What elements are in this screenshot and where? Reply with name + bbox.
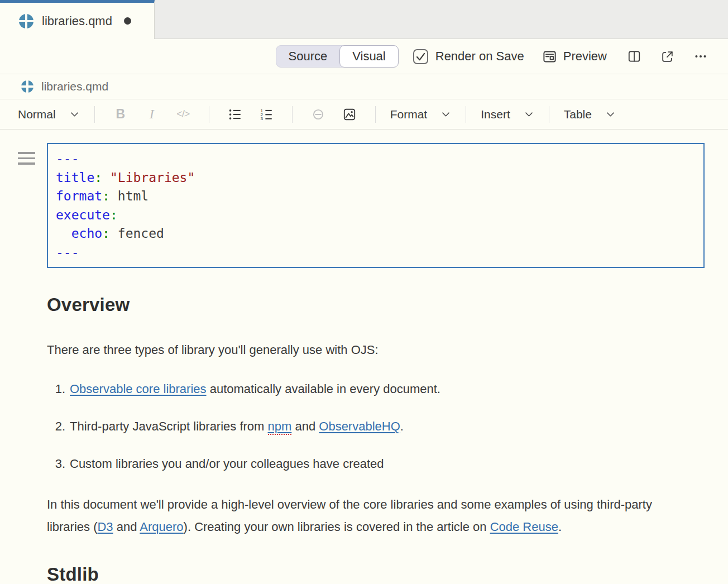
list-item-number: 1. xyxy=(47,381,70,397)
toolbar-separator xyxy=(209,106,209,123)
yaml-code-line: --- xyxy=(56,243,696,262)
svg-text:3: 3 xyxy=(260,116,263,121)
text-run: ). Creating your own libraries is covere… xyxy=(184,520,490,534)
drag-handle-icon[interactable] xyxy=(16,150,37,167)
open-external-button[interactable] xyxy=(658,47,677,66)
list-item-number: 3. xyxy=(47,456,70,472)
text-run: . xyxy=(400,419,404,433)
bold-button[interactable]: B xyxy=(108,103,133,126)
italic-icon: I xyxy=(150,107,154,122)
link-observable-core-libraries[interactable]: Observable core libraries xyxy=(70,382,207,396)
ellipsis-icon xyxy=(693,49,708,64)
toolbar-separator xyxy=(375,106,376,123)
text-run: Custom libraries you and/or your colleag… xyxy=(70,457,384,471)
table-menu-dropdown[interactable]: Table xyxy=(559,104,620,125)
render-on-save-label: Render on Save xyxy=(435,49,524,64)
preview-label: Preview xyxy=(563,49,607,64)
list-item-text: Observable core libraries automatically … xyxy=(70,381,440,397)
external-link-icon xyxy=(660,50,674,64)
list-item-text: Custom libraries you and/or your colleag… xyxy=(70,456,384,472)
editor-mode-toggle: Source Visual xyxy=(276,45,399,68)
chevron-down-icon xyxy=(440,109,451,119)
text-run: Third-party JavaScript libraries from xyxy=(70,419,268,433)
yaml-metadata-block[interactable]: ---title: "Libraries"format: htmlexecute… xyxy=(47,143,705,268)
text-run: and xyxy=(113,520,140,534)
quarto-icon xyxy=(19,14,33,28)
link-code-reuse[interactable]: Code Reuse xyxy=(490,520,558,534)
table-menu-label: Table xyxy=(564,108,592,121)
list-item: 3. Custom libraries you and/or your coll… xyxy=(47,456,705,472)
list-item: 1. Observable core libraries automatical… xyxy=(47,381,705,397)
link-observablehq[interactable]: ObservableHQ xyxy=(319,419,400,433)
more-options-button[interactable] xyxy=(691,47,710,66)
insert-image-button[interactable] xyxy=(337,103,362,126)
editor-toolbar: Source Visual Render on Save Preview xyxy=(0,39,728,74)
render-on-save-control[interactable]: Render on Save xyxy=(413,49,524,64)
tab-bar: libraries.qmd xyxy=(0,0,728,39)
yaml-code-line: echo: fenced xyxy=(56,224,696,243)
preview-icon xyxy=(542,49,557,64)
yaml-code-line: title: "Libraries" xyxy=(56,169,696,188)
numbered-list-icon: 1 2 3 xyxy=(259,107,274,122)
link-npm[interactable]: npm xyxy=(268,419,292,435)
unsaved-dot-icon xyxy=(124,17,131,25)
insert-link-button[interactable] xyxy=(305,103,331,126)
paragraph-style-value: Normal xyxy=(18,108,56,121)
render-on-save-checkbox[interactable] xyxy=(413,49,428,64)
image-icon xyxy=(342,107,357,122)
preview-button[interactable]: Preview xyxy=(541,47,608,66)
heading-stdlib: Stdlib xyxy=(47,564,705,584)
split-view-icon xyxy=(627,49,641,64)
list-item-text: Third-party JavaScript libraries from np… xyxy=(70,419,404,434)
yaml-code-line: execute: xyxy=(56,206,696,225)
breadcrumb: libraries.qmd xyxy=(0,74,728,99)
format-menu-label: Format xyxy=(390,108,428,121)
closing-paragraph: In this document we'll provide a high-le… xyxy=(47,494,688,538)
toolbar-separator xyxy=(466,106,466,123)
chevron-down-icon xyxy=(69,109,80,119)
text-run: and xyxy=(291,419,319,433)
heading-overview: Overview xyxy=(47,294,705,315)
source-mode-button[interactable]: Source xyxy=(276,45,340,68)
checkbox-check-icon xyxy=(415,51,427,63)
text-run: automatically available in every documen… xyxy=(207,382,440,396)
tab-libraries-qmd[interactable]: libraries.qmd xyxy=(0,0,155,39)
link-d3[interactable]: D3 xyxy=(97,520,113,534)
bullet-list-icon xyxy=(228,107,242,122)
link-arquero[interactable]: Arquero xyxy=(140,520,183,534)
list-item: 2. Third-party JavaScript libraries from… xyxy=(47,419,705,434)
bullet-list-button[interactable] xyxy=(222,103,248,126)
code-icon: </> xyxy=(176,108,189,120)
yaml-block-container: ---title: "Libraries"format: htmlexecute… xyxy=(47,143,705,268)
list-item-number: 2. xyxy=(47,419,70,434)
text-run: . xyxy=(558,520,562,534)
numbered-list: 1. Observable core libraries automatical… xyxy=(47,381,705,472)
chevron-down-icon xyxy=(605,109,616,119)
intro-paragraph: There are three types of library you'll … xyxy=(47,339,688,361)
yaml-code-line: --- xyxy=(56,150,696,169)
breadcrumb-filename[interactable]: libraries.qmd xyxy=(41,80,108,93)
document-editor-surface[interactable]: ---title: "Libraries"format: htmlexecute… xyxy=(0,130,728,584)
paragraph-style-dropdown[interactable]: Normal xyxy=(13,104,84,125)
code-button[interactable]: </> xyxy=(170,103,196,126)
italic-button[interactable]: I xyxy=(139,103,165,126)
bold-icon: B xyxy=(116,107,125,122)
visual-mode-button[interactable]: Visual xyxy=(339,45,399,68)
tab-title: libraries.qmd xyxy=(42,14,112,28)
insert-menu-label: Insert xyxy=(481,108,510,121)
insert-menu-dropdown[interactable]: Insert xyxy=(476,104,539,125)
toolbar-separator xyxy=(292,106,293,123)
formatting-toolbar: Normal B I </> 1 2 3 xyxy=(0,99,728,130)
toolbar-separator xyxy=(549,106,549,123)
chevron-down-icon xyxy=(524,109,534,119)
split-editor-button[interactable] xyxy=(625,47,644,66)
link-icon xyxy=(311,107,325,122)
quarto-icon xyxy=(21,80,33,93)
numbered-list-button[interactable]: 1 2 3 xyxy=(253,103,279,126)
format-menu-dropdown[interactable]: Format xyxy=(386,104,456,125)
yaml-code-line: format: html xyxy=(56,187,696,206)
toolbar-separator xyxy=(94,106,95,123)
